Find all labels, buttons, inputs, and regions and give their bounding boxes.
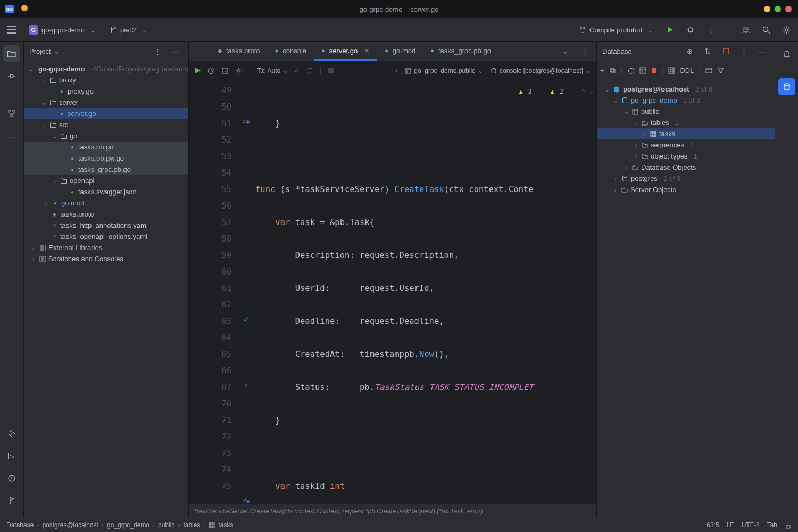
project-selector[interactable]: Ggo-grpc-demo [24,23,100,37]
tree-item: tasks_openapi_options.yaml [60,232,147,240]
commit-tool-button[interactable] [3,68,20,85]
db-view-icon[interactable] [705,67,712,74]
tree-item: tasks.swagger.json [78,188,137,196]
db-hide-icon[interactable]: — [754,44,769,59]
svg-point-3 [746,28,749,30]
tabs-more[interactable]: ⋮ [577,44,592,59]
traffic-max[interactable] [775,6,781,12]
run-query-icon[interactable] [194,67,201,74]
table-icon [209,522,215,528]
folder-icon [49,121,57,129]
editor-tabs: ◆tasks.proto ●console ●server.go✕ ●go.mo… [189,42,596,61]
database-panel: Database ⊕ ⇅ ⋮ — + | | DDL | ⌄postgres@l… [596,42,775,518]
panel-more-icon[interactable]: ⋮ [150,44,165,59]
tree-root: go-grpc-demo [38,65,85,73]
main-menu-button[interactable] [4,22,19,37]
db-more-icon[interactable]: ⋮ [736,44,751,59]
ddl-button[interactable]: DDL [680,66,694,74]
navigation-bar: Ggo-grpc-demo part2 Compile protobuf ⋮ [0,18,798,42]
ok-gutter-icon: ✓ [237,311,255,328]
db-stop-icon2[interactable] [651,68,657,73]
tree-item-selected: server.go [68,110,96,118]
line-ending[interactable]: LF [727,521,734,529]
svg-rect-28 [669,68,675,73]
run-config-selector[interactable]: Compile protobuf [575,24,658,36]
terminal-tool-button[interactable] [3,447,20,464]
settings-button[interactable] [779,22,794,37]
svg-rect-26 [640,68,646,73]
code-with-me-button[interactable] [738,22,753,37]
panel-hide-icon[interactable]: — [168,44,183,59]
project-tree[interactable]: ⌄go-grpc-demo~/GolandProjects/go-grpc-de… [24,61,188,518]
services-tool-button[interactable] [3,425,20,442]
indent[interactable]: Tab [767,521,777,529]
database-tool-button[interactable] [778,78,795,95]
svg-rect-24 [610,68,614,72]
db-filter-icon[interactable] [717,67,724,74]
tb-icon[interactable] [207,67,215,74]
notifications-button[interactable] [778,45,795,62]
commit-icon[interactable]: ✓ [294,67,300,74]
database-toolbar: + | | DDL | [597,61,775,80]
stop-icon[interactable] [328,68,334,74]
code-body[interactable]: } func (s *taskServiceServer) CreateTask… [255,80,596,504]
branch-icon [110,26,117,34]
tab-go-mod[interactable]: ●go.mod [377,42,423,61]
tab-server-go[interactable]: ●server.go✕ [314,42,377,61]
db-copy-icon[interactable] [609,67,616,74]
session-selector[interactable]: console [postgres@localhost]⌄ [491,67,591,74]
branch-selector[interactable]: part2 [105,24,152,36]
encoding[interactable]: UTF-8 [742,521,760,529]
db-table-icon[interactable] [668,67,675,74]
db-collapse-icon[interactable]: ⇅ [700,44,715,59]
caret-position[interactable]: 63:5 [706,521,719,529]
tree-item: proxy [59,76,76,84]
tab-tasks-proto[interactable]: ◆tasks.proto [210,42,268,61]
db-diag-icon[interactable] [639,67,646,74]
status-bar: Database› postgres@localhost› go_grpc_de… [0,518,798,532]
db-refresh-icon[interactable] [627,67,635,74]
readonly-icon[interactable] [785,522,792,529]
tab-tasks-grpc[interactable]: ●tasks_grpc.pb.go [423,42,498,61]
code-editor[interactable]: ▲2 ▲2 ⌃ ⌄ 495051525354555657585960616263… [189,80,596,504]
left-toolwindow-stripe: … [0,42,24,518]
db-stop-icon[interactable] [718,44,733,59]
tb-icon[interactable] [221,67,229,74]
problems-tool-button[interactable] [3,470,20,487]
code-breadcrumb[interactable]: *taskServiceServer.CreateTask(ctx contex… [189,504,596,518]
project-tool-button[interactable] [3,45,20,62]
db-add-icon[interactable]: + [600,66,604,74]
schema-selector[interactable]: go_grpc_demo.public⌄ [405,67,483,74]
tab-console[interactable]: ●console [268,42,314,61]
structure-tool-button[interactable] [3,105,20,122]
tabs-dropdown[interactable]: ⌄ [558,44,573,59]
more-actions-button[interactable]: ⋮ [703,22,718,37]
search-button[interactable] [759,22,774,37]
run-button[interactable] [663,22,678,37]
tree-item: proxy.go [68,87,94,95]
database-tree[interactable]: ⌄postgres@localhost2 of 6 ⌄go_grpc_demo1… [597,80,775,518]
traffic-close[interactable] [785,6,792,12]
tree-item: go [70,132,77,140]
svg-point-4 [763,27,768,32]
status-breadcrumbs[interactable]: Database› postgres@localhost› go_grpc_de… [6,521,233,529]
vcs-tool-button[interactable] [3,492,20,509]
project-panel: Project ⌄ ⋮ — ⌄go-grpc-demo~/GolandProje… [24,42,189,518]
rollback-icon[interactable] [306,67,313,74]
more-tools-button[interactable]: … [3,127,20,144]
tb-icon[interactable] [235,67,243,74]
tree-item: go.mod [61,199,84,207]
debug-button[interactable] [683,22,698,37]
svg-rect-11 [9,453,15,459]
db-new-icon[interactable]: ⊕ [682,44,697,59]
tx-mode[interactable]: Tx: Auto [257,67,288,74]
svg-point-15 [13,498,14,500]
tree-item: Scratches and Consoles [48,255,123,263]
svg-rect-25 [611,69,615,73]
close-icon[interactable]: ✕ [364,47,370,55]
window-minimize[interactable] [21,5,28,11]
svg-point-6 [10,74,13,78]
tree-item: External Libraries [48,244,102,252]
svg-point-2 [743,28,746,30]
traffic-min[interactable] [764,6,770,12]
